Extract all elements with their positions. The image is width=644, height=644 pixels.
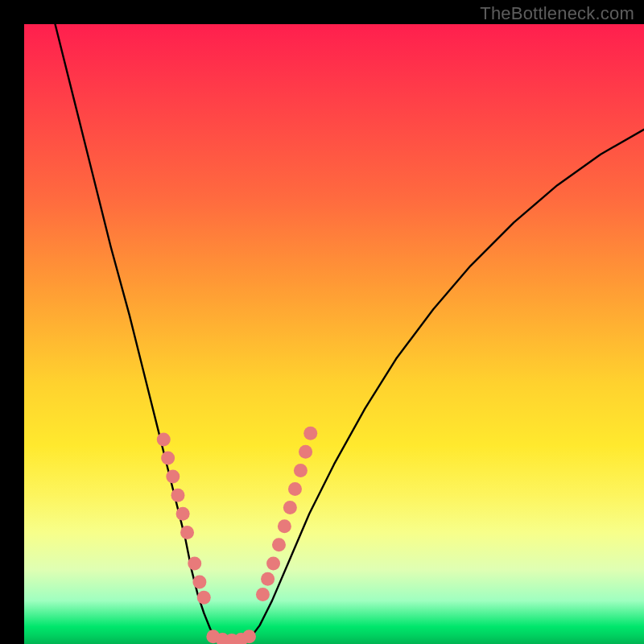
marker-dot (288, 482, 302, 496)
series-left-curve (56, 24, 216, 638)
marker-dot (176, 507, 190, 521)
marker-dot (171, 489, 184, 502)
marker-dot (180, 526, 194, 539)
marker-dot (256, 588, 270, 601)
marker-dot (166, 470, 180, 484)
marker-dot (188, 556, 201, 570)
marker-dot (283, 501, 297, 514)
plot-area (24, 24, 644, 644)
chart-svg (24, 24, 644, 644)
marker-dot (278, 519, 291, 533)
curve-group (56, 24, 645, 641)
marker-dot (157, 432, 171, 446)
marker-group (157, 427, 317, 644)
marker-dot (197, 591, 211, 605)
marker-dot (299, 445, 312, 459)
marker-dot (266, 556, 280, 570)
marker-dot (272, 538, 286, 551)
marker-dot (261, 572, 275, 586)
series-right-curve (250, 130, 644, 638)
watermark-text: TheBottleneck.com (480, 3, 634, 24)
marker-dot (192, 576, 206, 589)
chart-frame: TheBottleneck.com (0, 0, 644, 644)
marker-dot (161, 452, 175, 465)
marker-dot (294, 464, 308, 477)
marker-dot (242, 630, 256, 643)
marker-dot (303, 427, 317, 440)
